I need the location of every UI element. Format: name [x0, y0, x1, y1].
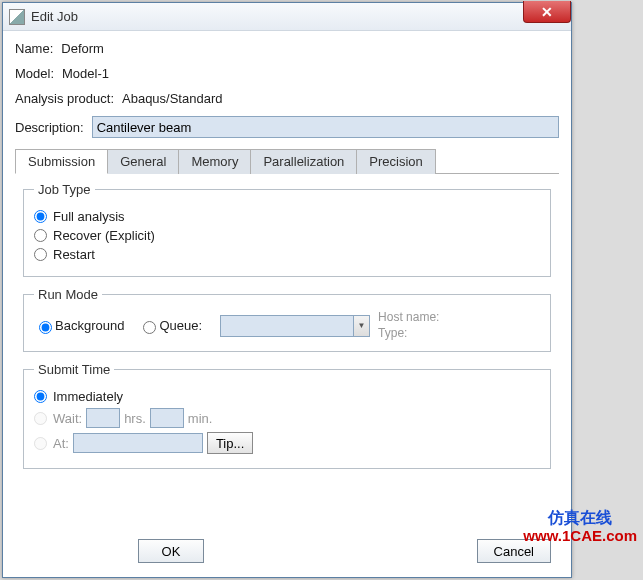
tab-memory[interactable]: Memory: [179, 149, 251, 174]
name-label: Name:: [15, 41, 53, 56]
close-icon: ✕: [541, 4, 553, 20]
radio-restart-label: Restart: [53, 247, 95, 262]
radio-background-label: Background: [55, 318, 124, 333]
chevron-down-icon: ▼: [353, 316, 369, 336]
type-label: Type:: [378, 326, 439, 342]
watermark-url: www.1CAE.com: [523, 527, 637, 545]
tabpage-submission: Job Type Full analysis Recover (Explicit…: [15, 174, 559, 535]
radio-at-label: At:: [53, 436, 69, 451]
wait-hours-input: [86, 408, 120, 428]
jobtype-group: Job Type Full analysis Recover (Explicit…: [23, 182, 551, 277]
edit-job-window: Edit Job ✕ Name: Deform Model: Model-1 A…: [2, 2, 572, 578]
runmode-info: Host name: Type:: [378, 310, 439, 341]
jobtype-legend: Job Type: [34, 182, 95, 197]
description-input[interactable]: [92, 116, 559, 138]
model-label: Model:: [15, 66, 54, 81]
model-value: Model-1: [62, 66, 109, 81]
tabstrip: Submission General Memory Parallelizatio…: [15, 148, 559, 174]
radio-full-analysis-label: Full analysis: [53, 209, 125, 224]
description-row: Description:: [15, 116, 559, 138]
model-row: Model: Model-1: [15, 66, 559, 81]
window-title: Edit Job: [31, 9, 78, 24]
close-button[interactable]: ✕: [523, 1, 571, 23]
tab-submission[interactable]: Submission: [15, 149, 108, 174]
hostname-label: Host name:: [378, 310, 439, 326]
description-label: Description:: [15, 120, 84, 135]
watermark-right: 仿真在线 www.1CAE.com: [523, 508, 637, 545]
titlebar: Edit Job ✕: [3, 3, 571, 31]
radio-recover-label: Recover (Explicit): [53, 228, 155, 243]
radio-queue-label: Queue:: [159, 318, 202, 333]
radio-wait-label: Wait:: [53, 411, 82, 426]
radio-full-analysis[interactable]: [34, 210, 47, 223]
radio-queue-wrap: Queue:: [138, 318, 202, 334]
radio-recover[interactable]: [34, 229, 47, 242]
wait-min-input: [150, 408, 184, 428]
submittime-legend: Submit Time: [34, 362, 114, 377]
min-label: min.: [188, 411, 213, 426]
tab-general[interactable]: General: [108, 149, 179, 174]
radio-background-wrap: Background: [34, 318, 124, 334]
radio-queue[interactable]: [143, 321, 156, 334]
hrs-label: hrs.: [124, 411, 146, 426]
radio-background[interactable]: [39, 321, 52, 334]
footer: OK Cancel: [15, 535, 559, 571]
radio-wait: [34, 412, 47, 425]
tab-precision[interactable]: Precision: [357, 149, 435, 174]
submittime-group: Submit Time Immediately Wait: hrs. min. …: [23, 362, 551, 469]
name-row: Name: Deform: [15, 41, 559, 56]
radio-restart[interactable]: [34, 248, 47, 261]
product-label: Analysis product:: [15, 91, 114, 106]
radio-immediately-label: Immediately: [53, 389, 123, 404]
radio-at: [34, 437, 47, 450]
at-time-input: [73, 433, 203, 453]
name-value: Deform: [61, 41, 104, 56]
watermark-cn: 仿真在线: [523, 508, 637, 527]
tab-parallelization[interactable]: Parallelization: [251, 149, 357, 174]
queue-select[interactable]: ▼: [220, 315, 370, 337]
product-row: Analysis product: Abaqus/Standard: [15, 91, 559, 106]
product-value: Abaqus/Standard: [122, 91, 222, 106]
radio-immediately[interactable]: [34, 390, 47, 403]
ok-button[interactable]: OK: [138, 539, 204, 563]
window-body: Name: Deform Model: Model-1 Analysis pro…: [3, 31, 571, 577]
app-icon: [9, 9, 25, 25]
runmode-group: Run Mode Background Queue: ▼: [23, 287, 551, 352]
tip-button[interactable]: Tip...: [207, 432, 253, 454]
runmode-legend: Run Mode: [34, 287, 102, 302]
